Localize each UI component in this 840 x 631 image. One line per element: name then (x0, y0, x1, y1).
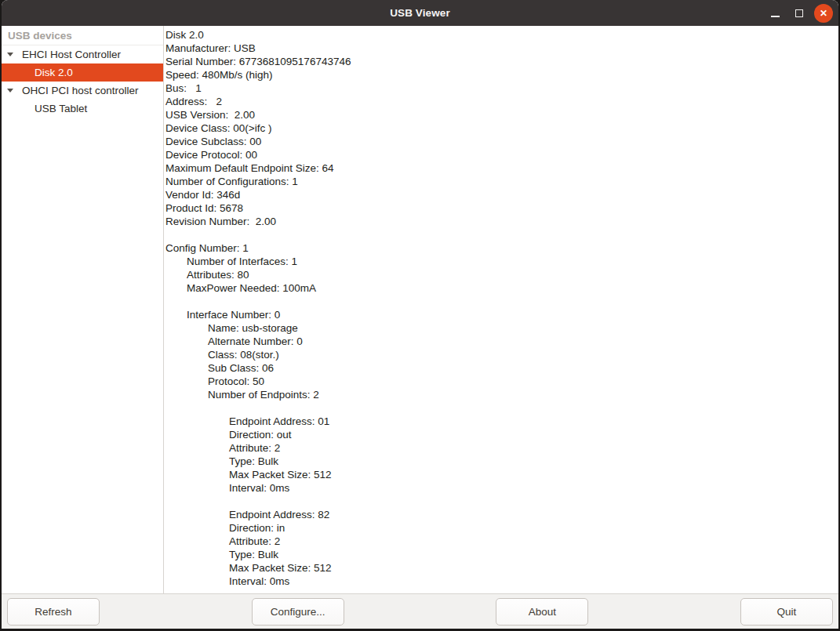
info-line: Config Number: 1 (165, 241, 838, 255)
device-info-panel: Disk 2.0Manufacturer: USBSerial Number: … (164, 26, 838, 593)
info-line: Number of Endpoints: 2 (165, 388, 838, 401)
info-line: Protocol: 50 (165, 375, 838, 388)
configure-button[interactable]: Configure... (252, 598, 344, 626)
info-line: Max Packet Size: 512 (165, 468, 838, 481)
info-line: Interval: 0ms (165, 481, 838, 495)
info-line: Interval: 0ms (165, 575, 838, 588)
refresh-button[interactable]: Refresh (7, 598, 100, 626)
info-line: Endpoint Address: 82 (165, 508, 838, 521)
expander-triangle-icon[interactable] (7, 89, 22, 92)
close-icon: ✕ (820, 9, 827, 18)
minimize-icon (771, 16, 780, 17)
info-line: Disk 2.0 (165, 28, 838, 42)
info-line (165, 495, 838, 508)
info-line: Interface Number: 0 (165, 308, 838, 321)
info-line (165, 228, 838, 241)
minimize-button[interactable] (765, 4, 784, 23)
info-line (165, 401, 838, 415)
info-line: Product Id: 5678 (165, 201, 838, 215)
titlebar[interactable]: USB Viewer ✕ (2, 0, 838, 26)
about-button[interactable]: About (496, 598, 588, 626)
tree-item-label: OHCI PCI host controller (22, 85, 139, 96)
info-line: Serial Number: 6773681095176743746 (165, 55, 838, 68)
info-line: Attributes: 80 (165, 268, 838, 281)
sidebar-header: USB devices (2, 26, 163, 45)
maximize-icon (795, 9, 803, 17)
window-controls: ✕ (765, 0, 833, 26)
info-line: Address: 2 (165, 95, 838, 108)
info-line: Direction: out (165, 428, 838, 441)
info-line: Class: 08(stor.) (165, 348, 838, 361)
info-line: Number of Interfaces: 1 (165, 255, 838, 268)
info-line: USB Version: 2.00 (165, 108, 838, 121)
info-line: Maximum Default Endpoint Size: 64 (165, 161, 838, 175)
tree-item-ohci-pci-host-controller[interactable]: OHCI PCI host controller (2, 82, 163, 100)
info-line: Sub Class: 06 (165, 361, 838, 375)
info-line: MaxPower Needed: 100mA (165, 281, 838, 295)
info-line: Direction: in (165, 521, 838, 535)
sidebar: USB devices EHCI Host ControllerDisk 2.0… (2, 26, 164, 593)
maximize-button[interactable] (790, 4, 809, 23)
window-title: USB Viewer (390, 7, 450, 19)
tree-item-usb-tablet[interactable]: USB Tablet (2, 100, 163, 118)
quit-button[interactable]: Quit (740, 598, 833, 626)
info-line: Max Packet Size: 512 (165, 561, 838, 575)
tree-item-label: Disk 2.0 (35, 67, 73, 78)
footer-toolbar: RefreshConfigure...AboutQuit (2, 593, 838, 629)
expander-triangle-icon[interactable] (7, 53, 22, 56)
tree-item-disk-2-0[interactable]: Disk 2.0 (2, 63, 163, 82)
info-line: Number of Configurations: 1 (165, 175, 838, 188)
info-line: Speed: 480Mb/s (high) (165, 68, 838, 82)
info-line: Device Class: 00(>ifc ) (165, 121, 838, 135)
info-line: Alternate Number: 0 (165, 335, 838, 348)
info-line: Device Subclass: 00 (165, 135, 838, 148)
close-button[interactable]: ✕ (814, 4, 833, 23)
info-line: Bus: 1 (165, 82, 838, 95)
info-line: Type: Bulk (165, 455, 838, 468)
tree-item-label: EHCI Host Controller (22, 49, 121, 60)
info-line: Manufacturer: USB (165, 42, 838, 55)
chevron-down-icon (7, 53, 13, 56)
tree-item-ehci-host-controller[interactable]: EHCI Host Controller (2, 45, 163, 63)
info-line (165, 295, 838, 308)
app-window: USB Viewer ✕ USB devices EHCI Host Contr… (2, 0, 838, 629)
main-area: USB devices EHCI Host ControllerDisk 2.0… (2, 26, 838, 593)
info-line: Device Protocol: 00 (165, 148, 838, 161)
info-line: Attribute: 2 (165, 441, 838, 455)
info-line: Attribute: 2 (165, 535, 838, 548)
info-line: Vendor Id: 346d (165, 188, 838, 201)
info-line: Type: Bulk (165, 548, 838, 561)
device-tree: EHCI Host ControllerDisk 2.0OHCI PCI hos… (2, 45, 163, 118)
chevron-down-icon (7, 89, 13, 92)
info-line: Name: usb-storage (165, 321, 838, 335)
info-line: Revision Number: 2.00 (165, 215, 838, 228)
info-line: Endpoint Address: 01 (165, 415, 838, 428)
tree-item-label: USB Tablet (35, 103, 87, 114)
